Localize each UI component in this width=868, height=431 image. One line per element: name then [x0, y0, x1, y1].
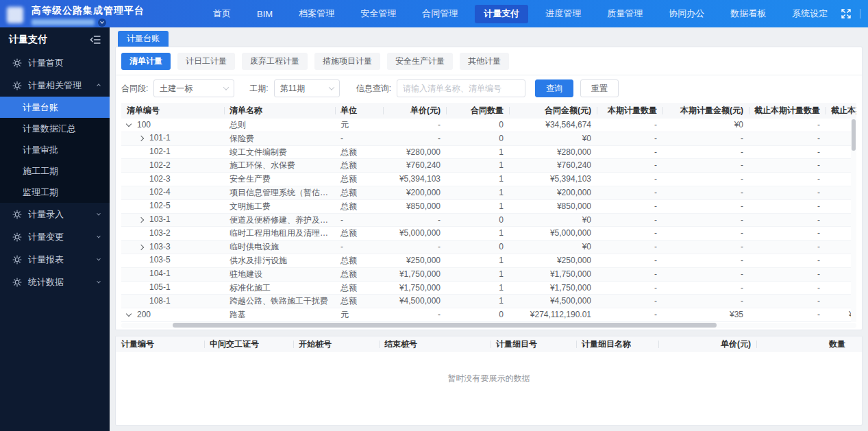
expand-row-icon[interactable] — [138, 136, 144, 141]
table-row[interactable]: 103-3临时供电设施--0¥0--- — [121, 241, 856, 254]
collapse-row-icon[interactable] — [126, 121, 132, 127]
row-cell: - — [383, 132, 446, 145]
row-cell: 总额 — [335, 186, 383, 199]
sidebar-item-3[interactable]: 计量变更 — [0, 225, 110, 248]
table-row[interactable]: 101-1保险费--0¥0--- — [121, 132, 856, 146]
row-cell: ¥35 — [662, 308, 749, 321]
menu-fold-icon[interactable] — [90, 35, 101, 45]
sidebar-subitem-0[interactable]: 计量台账 — [0, 97, 110, 118]
reset-button[interactable]: 重置 — [580, 79, 619, 97]
period-select[interactable]: 第11期 — [274, 79, 340, 97]
sidebar-item-5[interactable]: 统计数据 — [0, 271, 110, 293]
ledger-col-0: 清单编号 — [121, 103, 224, 119]
contract-section-label: 合同段: — [121, 83, 148, 95]
fullscreen-icon[interactable] — [841, 8, 852, 19]
table-row[interactable]: 103-1便道及便桥修建、养护及恢复--0¥0--- — [121, 214, 856, 227]
subtab-4[interactable]: 安全生产计量 — [387, 53, 453, 70]
sidebar-subitem-4[interactable]: 监理工期 — [0, 182, 110, 203]
detail-table-header: 计量编号中间交工证号开始桩号结束桩号计量细目号计量细目名称单价(元)数量 — [116, 336, 862, 352]
sidebar: 计量支付 计量首页计量相关管理计量台账计量数据汇总计量审批施工工期监理工期计量录… — [0, 27, 110, 431]
table-row[interactable]: 102-3安全生产费总额¥5,394,1031¥5,394,103--- — [121, 173, 856, 186]
subtab-0[interactable]: 清单计量 — [121, 53, 171, 70]
nav-item-8[interactable]: 协同办公 — [656, 0, 717, 27]
row-code: 102-2 — [149, 159, 171, 172]
row-cell: 总则 — [224, 119, 335, 132]
row-cell: - — [597, 295, 662, 308]
table-row[interactable]: 108-1跨越公路、铁路施工干扰费总额¥4,500,0001¥4,500,000… — [121, 295, 856, 308]
table-row[interactable]: 103-5供水及排污设施总额¥250,0001¥250,000--- — [121, 254, 856, 268]
sidebar-subitem-1[interactable]: 计量数据汇总 — [0, 118, 110, 139]
tab-measure-ledger[interactable]: 计量台账 — [118, 31, 169, 47]
row-cell: - — [383, 119, 446, 132]
sidebar-item-label: 计量录入 — [28, 208, 64, 221]
row-cell: - — [335, 214, 383, 227]
expand-row-icon[interactable] — [138, 244, 144, 249]
table-row[interactable]: 102-5文明施工费总额¥850,0001¥850,000--- — [121, 200, 856, 214]
row-cell: ¥0 — [509, 214, 597, 227]
subtab-5[interactable]: 其他计量 — [460, 53, 509, 70]
row-code: 103-3 — [149, 241, 171, 254]
row-code-cell: 103-2 — [121, 227, 224, 240]
horizontal-scrollbar-thumb[interactable] — [173, 323, 717, 328]
nav-item-2[interactable]: 档案管理 — [286, 0, 347, 27]
subtab-1[interactable]: 计日工计量 — [177, 53, 235, 70]
subtab-2[interactable]: 废弃工程计量 — [242, 53, 308, 70]
row-cell: ¥1,750,000 — [383, 282, 446, 295]
table-row[interactable]: 102-4项目信息管理系统（暂估价）总额¥200,0001¥200,000--- — [121, 186, 856, 200]
nav-item-10[interactable]: 系统设定 — [779, 0, 841, 27]
table-row[interactable]: 100总则元-0¥34,564,674-¥0- — [121, 119, 856, 132]
sidebar-item-2[interactable]: 计量录入 — [0, 203, 110, 225]
nav-item-0[interactable]: 首页 — [200, 0, 244, 27]
ledger-col-6: 本期计量数量 — [597, 103, 662, 119]
row-cell: ¥1,750,000 — [383, 268, 446, 281]
row-cell: 供水及排污设施 — [224, 254, 335, 267]
row-code-cell: 102-5 — [121, 200, 224, 213]
row-code: 104-1 — [149, 268, 171, 281]
nav-item-5[interactable]: 计量支付 — [475, 5, 528, 23]
row-cell: 1 — [446, 254, 509, 267]
expand-row-icon[interactable] — [138, 217, 144, 223]
row-code: 100 — [137, 119, 151, 132]
nav-item-1[interactable]: BIM — [244, 0, 286, 27]
sidebar-item-1[interactable]: 计量相关管理 — [0, 74, 110, 97]
row-code-cell: 102-3 — [121, 173, 224, 186]
nav-item-6[interactable]: 进度管理 — [532, 0, 594, 27]
sidebar-title: 计量支付 — [9, 34, 47, 46]
subtab-3[interactable]: 措施项目计量 — [314, 53, 380, 70]
detail-col-7: 数量 — [756, 336, 851, 352]
nav-item-4[interactable]: 合同管理 — [409, 0, 471, 27]
ledger-col-8: 截止本期计量数量 — [749, 103, 826, 119]
search-input[interactable] — [397, 79, 525, 97]
row-cell: ¥760,240 — [509, 159, 597, 172]
ledger-col-3: 单价(元) — [383, 103, 446, 119]
row-cell: 跨越公路、铁路施工干扰费 — [224, 295, 335, 308]
table-row[interactable]: 102-2施工环保、水保费总额¥760,2401¥760,240--- — [121, 159, 856, 173]
row-cell: - — [597, 119, 662, 132]
row-cell: ¥850,000 — [383, 200, 446, 213]
table-row[interactable]: 104-1驻地建设总额¥1,750,0001¥1,750,000--- — [121, 268, 856, 282]
query-button[interactable]: 查询 — [535, 79, 573, 97]
collapse-row-icon[interactable] — [126, 311, 132, 317]
sidebar-subitem-2[interactable]: 计量审批 — [0, 139, 110, 160]
table-row[interactable]: 200路基元-0¥274,112,190.01-¥35-¥ — [121, 308, 856, 322]
row-code-cell: 103-3 — [121, 241, 224, 254]
horizontal-scrollbar[interactable] — [121, 323, 856, 328]
nav-item-9[interactable]: 数据看板 — [717, 0, 779, 27]
row-cell: - — [662, 241, 749, 254]
nav-item-7[interactable]: 质量管理 — [594, 0, 656, 27]
sidebar-item-4[interactable]: 计量报表 — [0, 248, 110, 271]
nav-item-3[interactable]: 安全管理 — [347, 0, 409, 27]
table-row[interactable]: 103-2临时工程用地租用及清理、恢复与还...总额¥5,000,0001¥5,… — [121, 227, 856, 241]
contract-section-select[interactable]: 土建一标 — [153, 79, 234, 97]
row-cell: - — [749, 227, 826, 240]
brand-expand-icon[interactable] — [98, 19, 106, 27]
table-row[interactable]: 105-1标准化施工总额¥1,750,0001¥1,750,000--- — [121, 282, 856, 295]
row-code-cell: 105-1 — [121, 282, 224, 295]
table-row[interactable]: 102-1竣工文件编制费总额¥280,0001¥280,000--- — [121, 146, 856, 160]
sidebar-item-0[interactable]: 计量首页 — [0, 51, 110, 74]
row-cell: ¥0 — [662, 119, 749, 132]
vertical-scrollbar[interactable] — [851, 119, 856, 322]
sidebar-subitem-3[interactable]: 施工工期 — [0, 160, 110, 182]
row-cell: ¥0 — [509, 132, 597, 145]
vertical-scrollbar-thumb[interactable] — [852, 119, 856, 151]
